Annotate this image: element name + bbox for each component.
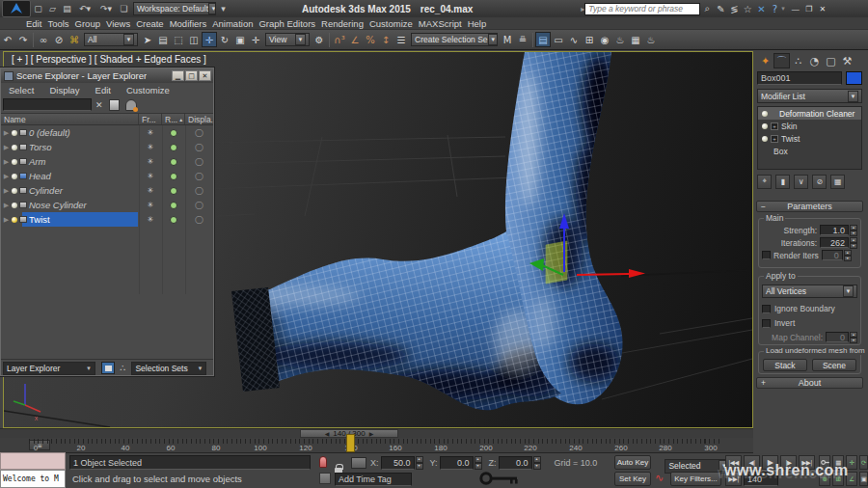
column-display[interactable]: Displa... [185,114,213,124]
freeze-icon[interactable]: ✳ [139,140,162,154]
menu-customize[interactable]: Customize [119,85,177,95]
maximize-viewport-button[interactable]: ▣ [859,472,868,486]
named-sets-dropdown[interactable]: Create Selection Se▼ [411,33,498,46]
iterations-field[interactable]: 262 [820,237,849,248]
strength-field[interactable]: 1.0 [820,225,849,235]
ignore-boundary-checkbox[interactable] [762,305,771,313]
menu-animation[interactable]: Animation [209,18,256,29]
about-rollout-header[interactable]: +About [756,377,863,389]
spinner-snap-icon[interactable]: ↕ [378,32,393,47]
tab-hierarchy[interactable]: ∴ [790,53,806,68]
make-unique-icon[interactable]: ∨ [794,175,808,189]
help-icon[interactable]: ? [768,2,781,15]
column-frozen[interactable]: Fr... [139,114,162,124]
expand-arrow-icon[interactable]: ▶ [1,202,12,209]
new-key-filter-icon[interactable]: ∿ [655,472,664,484]
render-icon[interactable] [162,125,185,140]
mirror-icon[interactable]: M [500,32,515,47]
maximize-button[interactable]: □ [185,70,198,81]
bulb-icon[interactable] [12,145,17,150]
track-bar[interactable]: ≡ 0 20 40 60 80 100 120 140 160 180 200 … [0,438,753,453]
tab-modify[interactable]: ⌒ [773,53,790,68]
menu-customize[interactable]: Customize [366,18,416,29]
hierarchy-mode-icon[interactable]: ∴ [120,363,125,373]
ribbon-toggle-icon[interactable]: ▭ [551,32,566,47]
display-icon[interactable]: ◯ [185,140,213,154]
unlink-icon[interactable]: ⊘ [51,32,67,47]
menu-tools[interactable]: Tools [44,18,71,29]
time-tag-icon[interactable] [319,473,331,484]
scale-icon[interactable]: ▣ [232,32,248,47]
bulb-icon[interactable] [762,123,768,129]
render-iters-spinner[interactable]: ▲▼ [844,250,852,260]
z-spinner[interactable]: ▲▼ [533,456,541,470]
restore-button[interactable]: ❐ [802,3,816,14]
stack-item-box[interactable]: Box [758,145,861,157]
workspace-caret[interactable]: ▾ [216,2,231,15]
keyboard-shortcut-override-icon[interactable] [479,472,520,486]
isolate-selection-icon[interactable] [319,456,327,468]
render-icon[interactable]: ♨ [643,32,659,47]
column-name[interactable]: Name [1,114,139,124]
menu-display[interactable]: Display [41,85,87,95]
bind-spacewarp-icon[interactable]: ⌘ [67,32,82,47]
expand-arrow-icon[interactable]: ▶ [1,216,12,224]
expand-arrow-icon[interactable]: ▶ [1,187,12,195]
select-move-icon[interactable]: ✛ [202,32,217,47]
render-icon[interactable] [162,212,185,227]
bulb-icon[interactable] [12,188,17,194]
use-pivot-icon[interactable]: ⚙ [312,32,327,47]
scene-explorer-titlebar[interactable]: Scene Explorer - Layer Explorer ▁ □ ✕ [1,68,213,83]
render-icon[interactable] [162,154,185,169]
close-button[interactable]: ✕ [816,3,829,14]
map-channel-spinner[interactable]: ▲▼ [850,332,857,342]
select-object-icon[interactable]: ➤ [140,32,155,47]
x-coord-field[interactable]: 50.0 [381,456,415,470]
y-spinner[interactable]: ▲▼ [475,456,482,470]
bulb-icon[interactable] [12,159,17,165]
render-setup-icon[interactable]: ♨ [612,32,628,47]
set-key-button[interactable]: Set Key [614,472,651,486]
configure-stack-icon[interactable]: ▦ [830,175,845,189]
freeze-icon[interactable]: ✳ [139,125,162,140]
stack-button[interactable]: Stack [763,359,807,371]
snap-toggle-icon[interactable]: ∩³ [332,32,347,47]
close-button[interactable]: ✕ [199,70,211,81]
rendered-frame-icon[interactable]: ▦ [628,32,643,47]
find-input[interactable] [3,98,92,111]
clear-search-icon[interactable]: ✕ [95,100,103,110]
invert-checkbox[interactable] [762,319,771,328]
viewport-label[interactable]: [ + ] [ Perspective ] [ Shaded + Edged F… [12,54,206,65]
transform-type-in-icon[interactable] [351,457,366,469]
display-icon[interactable]: ◯ [185,154,213,169]
project-icon[interactable]: ❏ [117,2,131,15]
render-icon[interactable] [162,169,185,183]
object-name-field[interactable]: Box001 [757,71,842,85]
expand-arrow-icon[interactable]: ▶ [1,173,12,180]
select-link-icon[interactable]: ∞ [36,32,51,47]
display-icon[interactable]: ◯ [185,198,213,212]
display-icon[interactable]: ◯ [185,125,213,140]
stack-item-skin[interactable]: +Skin [758,120,861,132]
bulb-icon[interactable] [12,217,17,223]
workspace-dropdown[interactable]: Workspace: Default▼ [133,2,216,15]
select-manipulate-icon[interactable]: ✛ [248,32,263,47]
key-filters-button[interactable]: Key Filters... [670,472,721,486]
ref-coord-dropdown[interactable]: View▼ [265,33,310,46]
angle-snap-icon[interactable]: ∠ [347,32,363,47]
freeze-icon[interactable]: ✳ [139,169,162,183]
render-icon[interactable] [162,140,185,154]
y-coord-field[interactable]: 0.0 [440,456,474,470]
schematic-view-icon[interactable]: ⊞ [582,32,597,47]
percent-snap-icon[interactable]: % [363,32,378,47]
expand-box-icon[interactable]: + [771,135,778,143]
menu-edit[interactable]: Edit [88,85,119,95]
display-icon[interactable]: ◯ [185,212,213,227]
map-channel-field[interactable]: 0 [826,332,849,342]
tab-utilities[interactable]: ⚒ [839,53,855,68]
menu-help[interactable]: Help [465,18,490,29]
display-icon[interactable]: ◯ [185,169,213,183]
max-logo-icon[interactable] [2,0,31,17]
search-icon[interactable]: ⌕ [700,2,714,15]
iterations-spinner[interactable]: ▲▼ [850,237,857,248]
